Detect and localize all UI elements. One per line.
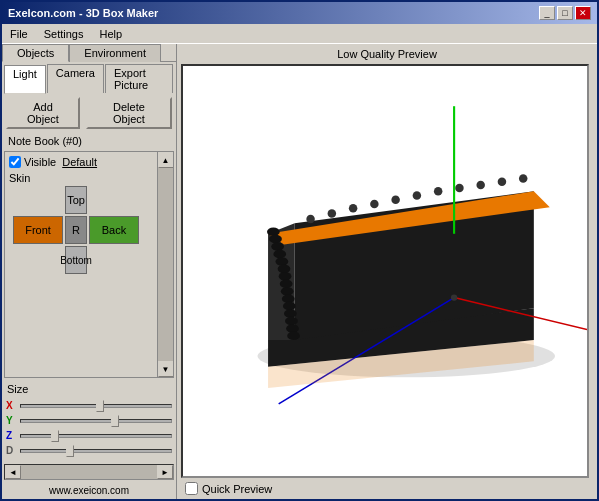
menu-bar: File Settings Help: [2, 24, 597, 44]
skin-r[interactable]: R: [65, 216, 87, 244]
size-z-row: Z: [6, 430, 172, 441]
x-slider[interactable]: [20, 404, 172, 408]
svg-point-20: [287, 332, 300, 341]
skin-grid: Top Front R Back Bottom: [13, 186, 169, 274]
sub-tabs-row: Light Camera Export Picture: [2, 62, 176, 93]
close-button[interactable]: ✕: [575, 6, 591, 20]
y-slider[interactable]: [20, 419, 172, 423]
skin-scroll-panel: Visible Default Skin Top Front R Back Bo…: [4, 151, 174, 378]
horizontal-scrollbar[interactable]: ◄ ►: [4, 464, 174, 480]
title-bar: ExeIcon.com - 3D Box Maker _ □ ✕: [2, 2, 597, 24]
preview-area: [181, 64, 589, 478]
scroll-track[interactable]: [158, 168, 173, 361]
tab-light[interactable]: Light: [4, 65, 46, 94]
svg-point-24: [370, 200, 379, 209]
size-d-row: D: [6, 445, 172, 456]
svg-point-6: [267, 227, 280, 236]
bottom-scroll-row: ◄ ►: [2, 462, 176, 482]
svg-point-22: [328, 209, 337, 218]
d-slider[interactable]: [20, 449, 172, 453]
x-axis-label: X: [6, 400, 16, 411]
minimize-button[interactable]: _: [539, 6, 555, 20]
top-tabs: Objects Environment: [2, 44, 176, 62]
size-x-row: X: [6, 400, 172, 411]
scroll-right-button[interactable]: ►: [157, 465, 173, 479]
svg-point-26: [413, 191, 422, 200]
y-axis-label: Y: [6, 415, 16, 426]
svg-point-21: [306, 215, 315, 224]
svg-point-9: [273, 250, 286, 259]
size-label: Size: [6, 382, 172, 396]
svg-point-16: [283, 302, 296, 311]
x-slider-thumb[interactable]: [96, 400, 104, 412]
d-axis-label: D: [6, 445, 16, 456]
menu-file[interactable]: File: [6, 27, 32, 41]
tab-objects[interactable]: Objects: [2, 44, 69, 62]
d-slider-thumb[interactable]: [66, 445, 74, 457]
window-title: ExeIcon.com - 3D Box Maker: [8, 7, 158, 19]
svg-point-29: [476, 181, 485, 190]
tab-environment[interactable]: Environment: [69, 44, 161, 62]
scene-svg: [183, 66, 587, 476]
skin-section-label: Skin: [9, 172, 169, 184]
svg-point-25: [391, 196, 400, 205]
left-panel: Objects Environment Light Camera Export …: [2, 44, 177, 499]
default-link[interactable]: Default: [62, 156, 97, 168]
visible-checkbox-label[interactable]: Visible: [9, 156, 56, 168]
vertical-scrollbar[interactable]: ▲ ▼: [157, 152, 173, 377]
tab-camera[interactable]: Camera: [47, 64, 104, 93]
svg-point-31: [519, 174, 528, 183]
add-object-button[interactable]: Add Object: [6, 97, 80, 129]
svg-point-10: [275, 257, 288, 266]
size-y-row: Y: [6, 415, 172, 426]
object-label: Note Book (#0): [2, 133, 176, 149]
svg-point-14: [281, 287, 294, 296]
z-slider-thumb[interactable]: [51, 430, 59, 442]
scroll-down-button[interactable]: ▼: [158, 361, 174, 377]
z-axis-label: Z: [6, 430, 16, 441]
skin-back[interactable]: Back: [89, 216, 139, 244]
maximize-button[interactable]: □: [557, 6, 573, 20]
svg-point-8: [271, 242, 284, 251]
footer-url: www.exeicon.com: [2, 482, 176, 499]
svg-point-30: [498, 177, 507, 186]
menu-help[interactable]: Help: [95, 27, 126, 41]
menu-settings[interactable]: Settings: [40, 27, 88, 41]
main-window: ExeIcon.com - 3D Box Maker _ □ ✕ File Se…: [0, 0, 599, 501]
scroll-up-button[interactable]: ▲: [158, 152, 174, 168]
svg-point-28: [455, 184, 464, 193]
quick-preview-label: Quick Preview: [202, 483, 272, 495]
visible-checkbox[interactable]: [9, 156, 21, 168]
svg-point-15: [282, 294, 295, 303]
quick-preview-checkbox[interactable]: [185, 482, 198, 495]
svg-point-19: [286, 324, 299, 333]
visible-row: Visible Default: [9, 156, 169, 168]
size-section: Size X Y Z: [6, 382, 172, 460]
object-buttons: Add Object Delete Object: [2, 93, 176, 133]
tab-export[interactable]: Export Picture: [105, 64, 173, 93]
skin-front[interactable]: Front: [13, 216, 63, 244]
svg-point-23: [349, 204, 358, 213]
delete-object-button[interactable]: Delete Object: [86, 97, 172, 129]
skin-bottom[interactable]: Bottom: [65, 246, 87, 274]
window-controls: _ □ ✕: [539, 6, 591, 20]
y-slider-thumb[interactable]: [111, 415, 119, 427]
svg-point-18: [285, 317, 298, 326]
scroll-left-button[interactable]: ◄: [5, 465, 21, 479]
svg-point-7: [269, 235, 282, 244]
skin-inner: Visible Default Skin Top Front R Back Bo…: [5, 152, 173, 278]
visible-label: Visible: [24, 156, 56, 168]
z-slider[interactable]: [20, 434, 172, 438]
svg-point-17: [284, 309, 297, 318]
svg-point-27: [434, 187, 443, 196]
right-panel: Low Quality Preview: [177, 44, 597, 499]
preview-title: Low Quality Preview: [177, 44, 597, 64]
skin-top[interactable]: Top: [65, 186, 87, 214]
svg-point-11: [278, 265, 291, 274]
svg-point-12: [279, 272, 292, 281]
svg-point-35: [451, 294, 457, 300]
quick-preview-row: Quick Preview: [177, 478, 597, 499]
svg-point-13: [280, 280, 293, 289]
main-content: Objects Environment Light Camera Export …: [2, 44, 597, 499]
